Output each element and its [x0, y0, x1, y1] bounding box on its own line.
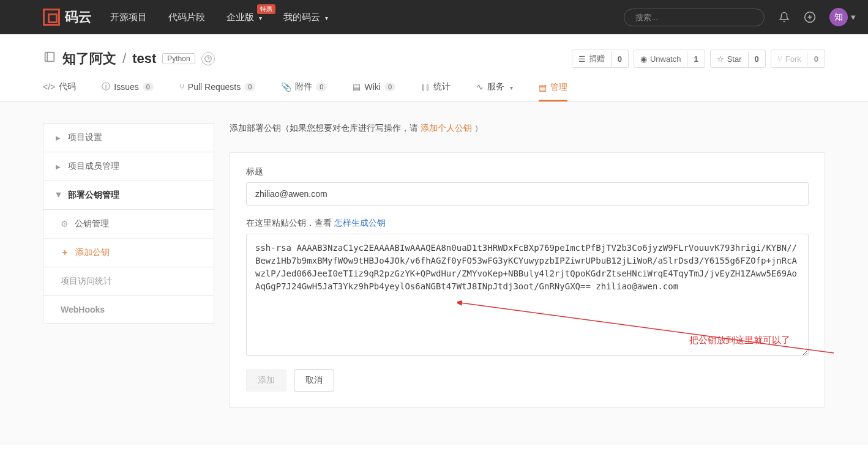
repo-header: 知了阿文 / test Python ☰捐赠 0 ◉Unwatch 1 ☆Sta… — [0, 34, 868, 68]
nav-snippets[interactable]: 代码片段 — [168, 12, 205, 23]
key-label: 在这里粘贴公钥，查看 怎样生成公钥 — [246, 218, 809, 229]
fork-count: 0 — [807, 51, 825, 67]
add-button[interactable]: 添加 — [246, 369, 286, 391]
chevron-right-icon: ▶ — [56, 163, 62, 170]
top-navbar: 码云 开源项目 代码片段 企业版 特惠 我的码云 知 ▾ — [0, 0, 868, 34]
caret-down-icon — [323, 12, 328, 22]
tab-stats[interactable]: ⫿⫿统计 — [421, 75, 451, 101]
slash: / — [122, 51, 126, 67]
lang-tag: Python — [162, 53, 195, 64]
tab-pull-requests[interactable]: ⑂Pull Requests0 — [179, 76, 256, 100]
pr-count: 0 — [244, 83, 255, 91]
fork-button[interactable]: ⑂Fork 0 — [771, 50, 825, 68]
sidebar-item-key-manage[interactable]: ⚙公钥管理 — [43, 209, 214, 238]
user-menu[interactable]: 知 ▾ — [829, 8, 856, 26]
donate-count: 0 — [611, 51, 628, 67]
unwatch-count: 1 — [687, 51, 704, 67]
pulse-icon: ∿ — [476, 82, 484, 92]
repo-tabs: </>代码 ⓘIssues0 ⑂Pull Requests0 📎附件0 ▤Wik… — [0, 68, 868, 102]
unwatch-button[interactable]: ◉Unwatch 1 — [634, 50, 705, 68]
svg-rect-1 — [45, 53, 54, 62]
nav-right: 知 ▾ — [624, 8, 856, 26]
title-label: 标题 — [246, 166, 809, 177]
tab-wiki[interactable]: ▤Wiki0 — [353, 76, 395, 100]
caret-down-icon: ▾ — [851, 12, 856, 23]
nav-my-label: 我的码云 — [283, 12, 320, 22]
brand-text: 码云 — [65, 8, 92, 26]
repo-name[interactable]: test — [132, 51, 156, 67]
search-input[interactable] — [624, 9, 765, 26]
promo-badge: 特惠 — [257, 4, 275, 14]
star-button[interactable]: ☆Star 0 — [710, 50, 766, 68]
star-count: 0 — [748, 51, 765, 67]
issues-count: 0 — [143, 83, 154, 91]
plus-icon: ＋ — [61, 247, 69, 258]
sidebar-item-members[interactable]: ▶项目成员管理 — [43, 152, 214, 180]
plus-circle-icon[interactable] — [804, 11, 816, 23]
fork-icon: ⑂ — [777, 54, 782, 64]
sidebar-item-deploy-keys[interactable]: ▶部署公钥管理 — [43, 180, 214, 209]
paperclip-icon: 📎 — [281, 82, 291, 92]
eye-icon: ◉ — [640, 54, 647, 64]
book-icon: ▤ — [353, 82, 361, 92]
chart-icon: ⫿⫿ — [421, 82, 430, 92]
tab-code[interactable]: </>代码 — [43, 75, 76, 101]
logo-icon — [43, 9, 60, 26]
star-icon: ☆ — [717, 54, 724, 64]
donate-button[interactable]: ☰捐赠 0 — [572, 50, 629, 68]
form-buttons: 添加 取消 — [246, 369, 809, 391]
pr-icon: ⑂ — [179, 82, 184, 92]
sidebar-item-project-settings[interactable]: ▶项目设置 — [43, 123, 214, 152]
how-to-generate-link[interactable]: 怎样生成公钥 — [334, 218, 386, 228]
wiki-count: 0 — [384, 83, 395, 91]
brand-logo[interactable]: 码云 — [43, 8, 92, 26]
tab-services[interactable]: ∿服务 — [476, 75, 513, 101]
nav-open-source[interactable]: 开源项目 — [110, 12, 147, 23]
public-key-textarea[interactable] — [246, 234, 809, 356]
nav-my[interactable]: 我的码云 — [283, 12, 328, 23]
tab-manage[interactable]: ▤管理 — [539, 76, 567, 102]
intro-text: 添加部署公钥（如果您想要对仓库进行写操作，请 添加个人公钥 ） — [230, 123, 825, 134]
bell-icon[interactable] — [778, 11, 790, 23]
nav-menu: 开源项目 代码片段 企业版 特惠 我的码云 — [110, 12, 624, 23]
title-input[interactable] — [246, 182, 809, 206]
nav-enterprise[interactable]: 企业版 特惠 — [226, 12, 262, 23]
cancel-button[interactable]: 取消 — [294, 369, 334, 391]
chevron-down-icon: ▶ — [56, 192, 62, 198]
issue-icon: ⓘ — [102, 81, 110, 92]
gear-icon: ⚙ — [61, 219, 69, 229]
add-personal-key-link[interactable]: 添加个人公钥 — [421, 123, 472, 133]
tab-attachments[interactable]: 📎附件0 — [281, 75, 327, 101]
caret-down-icon — [508, 82, 513, 92]
tab-issues[interactable]: ⓘIssues0 — [102, 75, 154, 101]
repo-owner[interactable]: 知了阿文 — [62, 50, 116, 68]
repo-title: 知了阿文 / test Python — [43, 50, 215, 68]
main-content: ▶项目设置 ▶项目成员管理 ▶部署公钥管理 ⚙公钥管理 ＋添加公钥 项目访问统计… — [0, 102, 868, 445]
qi-badge-icon[interactable] — [201, 52, 215, 65]
sidebar-item-add-key[interactable]: ＋添加公钥 — [43, 238, 214, 267]
settings-icon: ▤ — [539, 83, 547, 92]
chevron-right-icon: ▶ — [56, 135, 62, 141]
avatar: 知 — [829, 8, 848, 26]
attach-count: 0 — [316, 83, 327, 91]
gift-icon: ☰ — [578, 54, 586, 64]
add-key-form: 标题 在这里粘贴公钥，查看 怎样生成公钥 把公钥放到这里就可以了 添加 取消 — [230, 152, 825, 408]
repo-actions: ☰捐赠 0 ◉Unwatch 1 ☆Star 0 ⑂Fork 0 — [572, 50, 825, 68]
repo-icon — [43, 50, 56, 67]
code-icon: </> — [43, 82, 55, 92]
content-pane: 添加部署公钥（如果您想要对仓库进行写操作，请 添加个人公钥 ） 标题 在这里粘贴… — [230, 123, 825, 408]
sidebar-item-webhooks[interactable]: WebHooks — [43, 295, 214, 324]
nav-enterprise-label: 企业版 — [226, 12, 254, 22]
sidebar-item-access-stats[interactable]: 项目访问统计 — [43, 267, 214, 295]
settings-sidebar: ▶项目设置 ▶项目成员管理 ▶部署公钥管理 ⚙公钥管理 ＋添加公钥 项目访问统计… — [43, 123, 214, 408]
